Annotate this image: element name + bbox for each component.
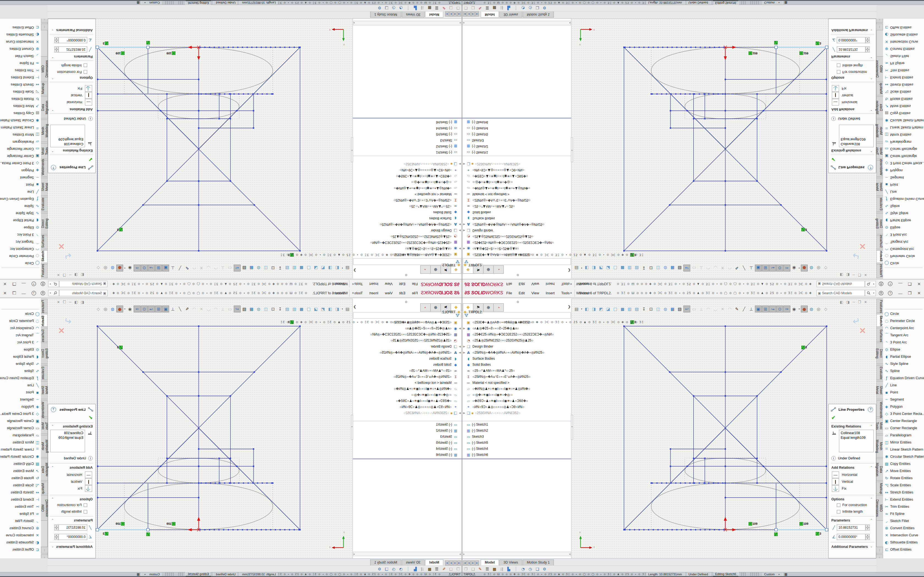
view-toolbar-icon[interactable]: ◡ <box>712 264 719 271</box>
command-manager-tab[interactable]: Sheet Metal <box>41 381 47 399</box>
sketch-tree-item[interactable]: ▭ Sketch3 <box>352 434 462 440</box>
panel-help-icon[interactable]: ? <box>51 165 56 170</box>
feature-panel-tab[interactable]: ◔ <box>493 303 504 311</box>
sketch-tool-item[interactable]: ◌ Perimeter Circle <box>0 253 41 259</box>
view-toolbar-icon[interactable]: ◠ <box>705 264 712 271</box>
tree-item[interactable]: Σ ○25ИΝ◎∘✤A∪ᵔƐ○∘○Ɛᵔ∪A✤∘◎ИΝ25○ <box>462 374 572 380</box>
search-input[interactable]: ▣ Search CAD Models <box>816 290 865 296</box>
command-manager-tab[interactable]: Sheet Metal <box>877 381 883 399</box>
tree-item[interactable]: ▶ A ○25ИΝ◎∘✤A✤◎ИΝA○∘○AИΝ◎✤A✤∘◎ИΝ25○ <box>462 350 572 356</box>
view-toolbar-icon[interactable]: ◍ <box>255 264 262 271</box>
view-toolbar-icon[interactable]: ◍ <box>109 264 116 271</box>
doc-window-control-icon[interactable]: ❐ <box>858 300 861 304</box>
sketch-tool-item[interactable]: ▣ Center Rectangle <box>883 417 924 424</box>
view-toolbar-icon[interactable]: ◫ <box>655 264 662 271</box>
sketch-tool-item[interactable]: ◐ Silhouette Entities <box>883 539 924 546</box>
sketch-tool-item[interactable]: ∿ Spline <box>0 203 41 210</box>
sketch-tool-item[interactable]: ✕ Intersection Curve <box>0 532 41 539</box>
view-toolbar-icon[interactable]: ▾ <box>580 306 583 313</box>
checkbox[interactable] <box>84 70 87 74</box>
command-manager-tab[interactable]: Evaluate <box>877 197 883 212</box>
units-dropdown[interactable]: Custom▴ <box>141 572 163 576</box>
sketch-tool-item[interactable]: ⊏ Offset Entities <box>0 546 41 553</box>
tree-item[interactable]: ◖ Surface Bodies <box>462 356 572 362</box>
tree-item[interactable]: ◖ Surface Bodies <box>352 356 462 362</box>
sketch-tool-item[interactable]: ⌒ Tangent Arc <box>0 332 41 339</box>
equal-relation-badge[interactable]: = 109 <box>748 522 758 525</box>
view-toolbar-icon[interactable]: ● <box>801 264 808 271</box>
motion-toolbar-icon[interactable]: ▦ <box>491 6 498 10</box>
search-icon[interactable] <box>52 281 59 287</box>
sketch-tool-item[interactable]: ⊙ Ellipse <box>883 224 924 231</box>
sketch-tree-item[interactable]: ▦ (-) Sketch6 <box>462 119 572 125</box>
sketch-tree-item[interactable]: ▭ (-) Sketch1 <box>462 150 572 156</box>
sketch-tool-item[interactable]: ✕ Intersection Curve <box>883 532 924 539</box>
sketch-tool-item[interactable]: ◠ Centerpoint Arc <box>883 245 924 253</box>
view-toolbar-icon[interactable]: ▾ <box>123 264 126 271</box>
spin-down-button[interactable]: ▼ <box>55 527 58 530</box>
motion-toolbar-icon[interactable]: ⚙ <box>376 567 383 571</box>
view-toolbar-icon[interactable]: ↩ <box>234 264 241 271</box>
command-manager-tab[interactable]: Data Migration <box>41 459 47 480</box>
command-manager-tab[interactable]: Data Migration <box>877 97 883 118</box>
tree-item[interactable]: ▶ ◉ ○ʌ♟◎✤25∘Ƨ○∘○Ƨ∘25✤◎♟ʌ○ <box>352 325 462 331</box>
cancel-sketch-icon[interactable]: ✕ <box>58 242 65 251</box>
vertical-relation-button[interactable]: ❙ <box>832 479 839 485</box>
tab-nav-button[interactable]: |◀ <box>457 561 461 566</box>
view-toolbar-icon[interactable]: ◎ <box>102 264 109 271</box>
tree-part-root[interactable]: ❖ TЯPDL2. <box>441 309 460 315</box>
motion-toolbar-icon[interactable]: ⇶ <box>419 567 426 571</box>
expand-arrow-icon[interactable]: ▶ <box>462 412 466 414</box>
command-manager-tab[interactable]: Features <box>877 264 883 278</box>
view-toolbar-icon[interactable]: ◡ <box>205 264 212 271</box>
search-dropdown-icon[interactable]: ▾ <box>872 281 876 287</box>
pin-icon[interactable]: ✦ <box>567 291 575 295</box>
tree-item[interactable]: ▶ A ○25ИΝ◎∘✤A✤◎ИΝA○∘○AИΝ◎✤A✤∘◎ИΝ25○ <box>462 221 572 227</box>
sketch-tool-item[interactable]: ✱ Circular Sketch Pattern <box>883 453 924 460</box>
sketch-tool-item[interactable]: ◝ 3 Point Arc <box>883 339 924 346</box>
menu-item[interactable]: Insert <box>366 289 382 298</box>
existing-relations-header[interactable]: Existing Relations <box>63 149 93 153</box>
user-account-icon[interactable] <box>39 280 47 287</box>
feature-panel-tab[interactable]: ⊕ <box>430 266 441 274</box>
motion-toolbar-icon[interactable]: ☰ <box>433 6 440 10</box>
command-manager-tab[interactable]: Evaluate <box>877 365 883 380</box>
view-toolbar-icon[interactable]: ◩ <box>320 306 326 313</box>
tree-item[interactable]: ▶ ◉ ○ʌ♟◎✤25∘Ƨ○∘○Ƨ∘25✤◎♟ʌ○ <box>462 325 572 331</box>
view-toolbar-icon[interactable]: ↩ <box>683 264 690 271</box>
ok-check-button[interactable]: ✔ <box>831 414 835 421</box>
view-toolbar-icon[interactable]: ▧ <box>284 264 291 271</box>
expand-arrow-icon[interactable]: ▶ <box>462 223 466 226</box>
view-tab[interactable]: 3D Views <box>402 11 425 18</box>
view-toolbar-icon[interactable]: ⊞ <box>762 264 769 271</box>
tree-item[interactable]: ▦ ○25✤Ɛ25○ИΝ◎∘✤ƆƐƆ2Ɛ252○∘○252Ɛ2ƆƐƆ✤∘◎ΝИ○ <box>352 331 462 337</box>
tree-item[interactable]: ▱ ○✤ИΝ◎♟+○✳◉I○∘○I◉✳○+♟◎ИΝ✤○ <box>462 386 572 392</box>
spin-down-button[interactable]: ▼ <box>866 37 869 40</box>
relation-entry[interactable]: Equal length109 <box>841 137 872 142</box>
view-toolbar-icon[interactable]: ⊞ <box>762 306 769 313</box>
equal-relation-badge[interactable]: = 109 <box>166 52 176 55</box>
view-toolbar-icon[interactable]: ╱ <box>741 306 748 313</box>
view-toolbar-icon[interactable]: ▧ <box>284 306 291 313</box>
view-toolbar-icon[interactable]: ✑ <box>783 306 790 313</box>
spin-down-button[interactable]: ▼ <box>55 37 58 40</box>
add-relations-header[interactable]: Add Relations <box>69 108 93 111</box>
view-toolbar-icon[interactable]: ⊙ <box>776 306 783 313</box>
sketch-tool-item[interactable]: ▱ Parallelogram <box>0 432 41 439</box>
panel-splitter-handle[interactable] <box>405 274 407 276</box>
sketch-tool-item[interactable]: ◝ 3 Point Arc <box>0 339 41 346</box>
relation-entry[interactable]: Collinear108 <box>841 431 872 435</box>
sketch-tool-item[interactable]: ↗ Move Entities <box>883 467 924 474</box>
sketch-tool-item[interactable]: ↗ Move Entities <box>0 103 41 110</box>
tab-nav-button[interactable]: ▶| <box>445 11 449 16</box>
pin-icon[interactable]: ✦ <box>567 282 575 286</box>
spin-down-button[interactable]: ▼ <box>866 537 869 540</box>
command-manager-tab[interactable]: MBD Dimensions <box>41 56 47 82</box>
motion-toolbar-icon[interactable]: ▙ <box>412 567 419 571</box>
command-manager-tab[interactable]: Surfaces <box>877 328 883 342</box>
close-button[interactable]: ✕ <box>2 280 8 287</box>
tree-item[interactable]: ∞ ○25∙∩*♟AM○∘○MA♟*∩∙25○ <box>462 367 572 374</box>
sketch-tool-item[interactable]: ⊏ Offset Entities <box>883 24 924 31</box>
search-dropdown-icon[interactable]: ▾ <box>48 281 52 287</box>
view-toolbar-icon[interactable]: ◩ <box>598 306 604 313</box>
